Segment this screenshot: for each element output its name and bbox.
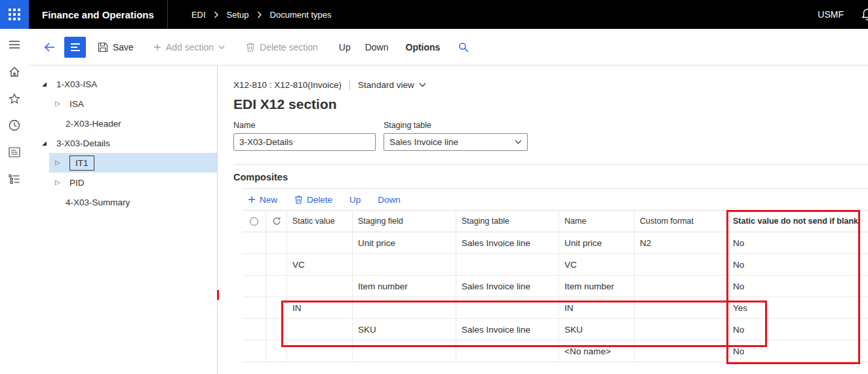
cell-custom-format[interactable]: N2 — [635, 232, 728, 253]
save-button[interactable]: Save — [98, 42, 134, 52]
up-button[interactable]: Up — [339, 42, 351, 52]
cell-name[interactable]: <No name> — [559, 341, 635, 362]
company-badge[interactable]: USMF — [818, 9, 844, 20]
tree-item-4-x03-summary[interactable]: 4-X03-Summary — [29, 192, 217, 212]
breadcrumb-item-document-types[interactable]: Document types — [270, 10, 332, 20]
cell-staging-field[interactable] — [353, 297, 456, 318]
options-button[interactable]: Options — [406, 42, 441, 52]
back-button[interactable] — [43, 42, 55, 52]
cell-name[interactable]: Unit price — [559, 232, 635, 253]
grid-row[interactable]: Item number Sales Invoice line Item numb… — [243, 276, 868, 297]
column-header-staging-table[interactable]: Staging table — [456, 211, 559, 232]
app-launcher-button[interactable] — [0, 0, 29, 29]
grid-new-button[interactable]: New — [248, 195, 277, 205]
cell-staging-table[interactable]: Sales Invoice line — [456, 319, 559, 340]
staging-table-select[interactable]: Sales Invoice line — [384, 133, 528, 151]
grid-up-button[interactable]: Up — [349, 195, 361, 205]
collapsed-icon[interactable]: ▷ — [55, 159, 63, 166]
grid-down-button[interactable]: Down — [378, 195, 401, 205]
tree-item-1-x03-isa[interactable]: ◢ 1-X03-ISA — [29, 74, 217, 94]
cell-name[interactable]: SKU — [559, 319, 635, 340]
cell-name[interactable]: IN — [559, 297, 635, 318]
notifications-icon[interactable] — [861, 8, 868, 21]
cell-static-value[interactable] — [287, 341, 353, 362]
row-select-cell[interactable] — [243, 319, 266, 340]
column-header-name[interactable]: Name — [559, 211, 635, 232]
cell-static-value[interactable] — [287, 232, 353, 253]
command-search-button[interactable] — [458, 42, 469, 52]
cell-static-value[interactable] — [287, 276, 353, 297]
expand-navigation-button[interactable] — [6, 36, 23, 53]
cell-name[interactable]: Item number — [559, 276, 635, 297]
cell-no-send-blank[interactable]: No — [728, 319, 868, 340]
view-selector[interactable]: Standard view — [358, 80, 426, 90]
grid-row[interactable]: VC VC No — [243, 254, 868, 276]
composites-section-title: Composites — [233, 165, 868, 188]
cell-staging-table[interactable] — [456, 254, 559, 275]
breadcrumb-item-setup[interactable]: Setup — [227, 10, 249, 20]
row-select-cell[interactable] — [243, 276, 266, 297]
tree-item-pid[interactable]: ▷ PID — [29, 173, 217, 192]
cell-static-value[interactable] — [287, 319, 353, 340]
add-section-button[interactable]: Add section — [153, 42, 225, 52]
cell-static-value[interactable]: VC — [287, 254, 353, 275]
cell-custom-format[interactable] — [635, 276, 728, 297]
tree-item-2-x03-header[interactable]: 2-X03-Header — [29, 114, 217, 133]
column-header-static-value[interactable]: Static value — [287, 211, 353, 232]
down-button[interactable]: Down — [365, 42, 389, 52]
breadcrumb-item-edi[interactable]: EDI — [191, 10, 206, 20]
cell-custom-format[interactable] — [635, 319, 728, 340]
row-select-cell[interactable] — [243, 341, 266, 362]
cell-staging-field[interactable]: Item number — [353, 276, 456, 297]
nav-worklist-button[interactable] — [6, 144, 23, 161]
column-header-staging-field[interactable]: Staging field — [353, 211, 456, 232]
cell-no-send-blank[interactable]: Yes — [728, 297, 868, 318]
grid-row[interactable]: Unit price Sales Invoice line Unit price… — [243, 232, 868, 254]
grid-row[interactable]: SKU Sales Invoice line SKU No — [243, 319, 868, 341]
column-header-no-send-blank[interactable]: Static value do not send if blank — [728, 211, 868, 232]
nav-home-button[interactable] — [6, 63, 23, 80]
row-select-cell[interactable] — [243, 297, 266, 318]
delete-section-button[interactable]: Delete section — [246, 42, 318, 52]
row-select-cell[interactable] — [243, 232, 266, 253]
cell-static-value[interactable]: IN — [287, 297, 353, 318]
name-field[interactable] — [233, 133, 376, 151]
collapsed-icon[interactable]: ▷ — [55, 179, 63, 186]
expanded-icon[interactable]: ◢ — [42, 81, 50, 87]
cell-no-send-blank[interactable]: No — [728, 341, 868, 362]
cell-staging-table[interactable]: Sales Invoice line — [456, 276, 559, 297]
cell-no-send-blank[interactable]: No — [728, 254, 868, 275]
nav-modules-button[interactable] — [6, 171, 23, 188]
grid-row[interactable]: <No name> No — [243, 341, 868, 362]
cell-staging-table[interactable] — [456, 341, 559, 362]
select-all-column-header[interactable] — [243, 211, 266, 232]
cell-custom-format[interactable] — [635, 341, 728, 362]
cell-staging-field[interactable] — [353, 341, 456, 362]
trash-icon — [246, 42, 255, 52]
tree-item-isa[interactable]: ▷ ISA — [29, 94, 217, 114]
row-select-cell[interactable] — [243, 254, 266, 275]
grid-delete-label: Delete — [307, 195, 332, 205]
cell-no-send-blank[interactable]: No — [728, 276, 868, 297]
panel-view-button[interactable] — [64, 37, 86, 58]
tree-item-3-x03-details[interactable]: ◢ 3-X03-Details — [29, 133, 217, 153]
cell-staging-field[interactable]: Unit price — [353, 232, 456, 253]
grid-delete-button[interactable]: Delete — [294, 195, 332, 205]
tree-item-it1[interactable]: ▷ IT1 — [29, 153, 217, 173]
cell-staging-field[interactable] — [353, 254, 456, 275]
app-title[interactable]: Finance and Operations — [42, 9, 154, 20]
cell-staging-table[interactable] — [456, 297, 559, 318]
cell-custom-format[interactable] — [635, 297, 728, 318]
collapsed-icon[interactable]: ▷ — [55, 100, 63, 107]
cell-no-send-blank[interactable]: No — [728, 232, 868, 253]
nav-favorites-button[interactable] — [6, 90, 23, 107]
column-header-custom-format[interactable]: Custom format — [635, 211, 728, 232]
grid-row[interactable]: IN IN Yes — [243, 297, 868, 319]
chevron-down-icon — [515, 140, 522, 144]
nav-recent-button[interactable] — [6, 117, 23, 134]
cell-staging-table[interactable]: Sales Invoice line — [456, 232, 559, 253]
cell-name[interactable]: VC — [559, 254, 635, 275]
expanded-icon[interactable]: ◢ — [42, 140, 50, 146]
cell-staging-field[interactable]: SKU — [353, 319, 456, 340]
cell-custom-format[interactable] — [635, 254, 728, 275]
